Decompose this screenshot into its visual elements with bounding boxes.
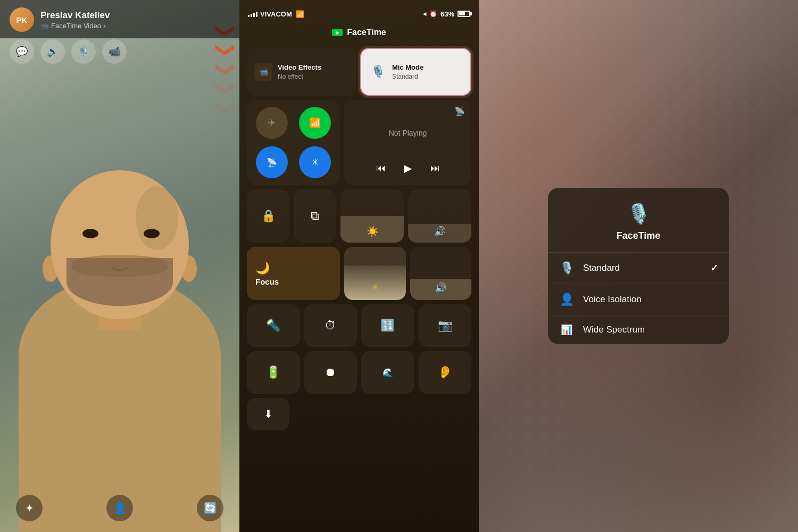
chevron-4: ❯ [217,80,236,96]
mic-mode-icon: 🎙️ [369,63,387,81]
control-center-panel: VIVACOM 📶 ◂ ⏰ 63% ▶ FaceTime 📹 Video Eff… [239,0,479,532]
mic-option-wide-spectrum[interactable]: 📊 Wide Spectrum [548,315,729,344]
chevron-3: ❯ [217,61,236,77]
signal-bars [248,11,257,17]
wifi-status-icon: 📶 [296,10,304,18]
screen-mirror-icon: ⧉ [311,209,319,223]
head-shadow [136,186,178,250]
sound-tile[interactable]: 🌊 [361,351,414,394]
bluetooth-button[interactable]: ✳ [299,146,331,178]
focus-tile[interactable]: 🌙 Focus [247,247,340,300]
effects-button[interactable]: ✦ [16,495,43,521]
person-figure [8,106,231,532]
alarm-icon: ⏰ [429,10,437,18]
video-effects-icon: 📹 [254,63,272,81]
rotation-lock-tile[interactable]: 🔒 [247,189,289,243]
flip-camera-button[interactable]: 🔄 [197,495,223,521]
mic-menu-items-list: 🎙️ Standard ✓ 👤 Voice Isolation 📊 Wide S… [548,253,729,344]
brightness-slider[interactable]: ☀️ [340,189,404,243]
video-effects-label: Video Effects [278,63,321,72]
down-arrow-tile[interactable]: ⬇ [247,398,289,430]
brightness-slider-2[interactable]: ☀ [344,247,406,300]
signal-bar-2 [251,14,252,17]
facetime-title-bar: ▶ FaceTime [239,23,479,40]
camera-button[interactable]: 📹 [102,39,127,64]
airplay-icon[interactable]: 📡 [454,106,465,117]
battery-percent: 63% [440,10,454,18]
brightness-icon: ☀️ [367,226,378,237]
right-eye [144,229,160,238]
standard-checkmark: ✓ [710,262,718,274]
mic-mode-tile[interactable]: 🎙️ Mic Mode Standard [360,48,471,96]
connectivity-box: ✈ 📶 📡 ✳ [247,100,340,185]
mic-button[interactable]: 🎙️ [71,39,96,64]
screen-mirror-tile[interactable]: ⧉ [294,189,336,243]
flashlight-tile[interactable]: 🔦 [247,304,300,347]
cellular-button[interactable]: 📡 [256,146,288,178]
airplane-mode-button[interactable]: ✈ [256,107,288,139]
wide-spectrum-icon: 📊 [559,324,575,336]
caller-info: Preslav Kateliev 📹 FaceTime Video › [40,10,230,30]
mic-mode-info: Mic Mode Standard [392,63,423,80]
voice-isolation-label: Voice Isolation [583,294,718,305]
caller-subtitle: 📹 FaceTime Video › [40,22,230,30]
brightness-sun-icon: ☀ [370,281,380,294]
focus-label: Focus [255,277,279,286]
signal-bar-1 [248,15,250,17]
bottom-partial-row: ⬇ [247,398,471,430]
rotation-lock-icon: 🔒 [261,209,276,223]
call-topbar: PK Preslav Kateliev 📹 FaceTime Video › [0,0,239,38]
volume-slider[interactable]: 🔊 [408,189,471,243]
camera-tile[interactable]: 📷 [419,304,472,347]
volume-slider-2[interactable]: 🔊 [410,247,472,300]
timer-tile[interactable]: ⏱ [304,304,358,347]
person-button[interactable]: 👤 [106,495,133,521]
battery-icon [458,11,470,17]
left-eye [82,229,98,238]
rewind-button[interactable]: ⏮ [376,163,386,174]
calculator-tile[interactable]: 🔢 [361,304,414,347]
wifi-button[interactable]: 📶 [299,107,331,139]
avatar: PK [10,7,34,32]
chevron-right: › [103,22,105,30]
record-tile[interactable]: ⏺ [304,351,358,394]
location-icon: ◂ [423,10,426,18]
call-controls: 💬 🔊 🎙️ 📹 [10,39,127,64]
video-effects-tile[interactable]: 📹 Video Effects No effect [247,48,356,96]
speaker-button[interactable]: 🔊 [40,39,65,64]
status-right: ◂ ⏰ 63% [423,10,470,18]
call-bottom-bar: ✦ 👤 🔄 [0,495,239,521]
video-effects-info: Video Effects No effect [278,63,321,80]
mic-mode-menu-panel: 🎙️ FaceTime 🎙️ Standard ✓ 👤 Voice Isolat… [479,0,798,532]
mic-menu-app-name: FaceTime [617,230,661,242]
beard [66,258,173,306]
call-type: FaceTime Video [51,22,101,30]
facetime-camera-icon: ▶ [332,29,343,36]
caller-name: Preslav Kateliev [40,10,230,21]
now-playing-controls: ⏮ ▶ ⏭ [352,159,464,178]
focus-icon: 🌙 [255,261,270,275]
message-button[interactable]: 💬 [10,39,34,64]
video-indicator: 📹 [40,22,49,30]
play-button[interactable]: ▶ [398,159,418,178]
mic-mode-sublabel: Standard [392,73,423,80]
standard-mic-icon: 🎙️ [559,261,575,275]
status-bar: VIVACOM 📶 ◂ ⏰ 63% [239,0,479,23]
signal-bar-3 [253,13,255,17]
connectivity-row: ✈ 📶 📡 ✳ 📡 Not Playing ⏮ ▶ ⏭ [247,100,471,185]
status-left: VIVACOM 📶 [248,10,304,18]
now-playing-title: Not Playing [352,107,464,159]
carrier-name: VIVACOM [260,10,292,18]
battery-tile[interactable]: 🔋 [247,351,300,394]
fast-forward-button[interactable]: ⏭ [430,163,440,174]
chevron-5: ❯ [217,99,236,115]
wide-spectrum-label: Wide Spectrum [583,325,718,335]
mic-mode-popup: 🎙️ FaceTime 🎙️ Standard ✓ 👤 Voice Isolat… [548,188,729,344]
standard-label: Standard [583,263,702,273]
accessibility-tile[interactable]: 👂 [419,351,472,394]
video-effects-sublabel: No effect [278,73,321,80]
mic-option-voice-isolation[interactable]: 👤 Voice Isolation [548,284,729,315]
mic-option-standard[interactable]: 🎙️ Standard ✓ [548,253,729,284]
mic-mode-label: Mic Mode [392,63,423,72]
mic-menu-header: 🎙️ FaceTime [548,188,729,253]
